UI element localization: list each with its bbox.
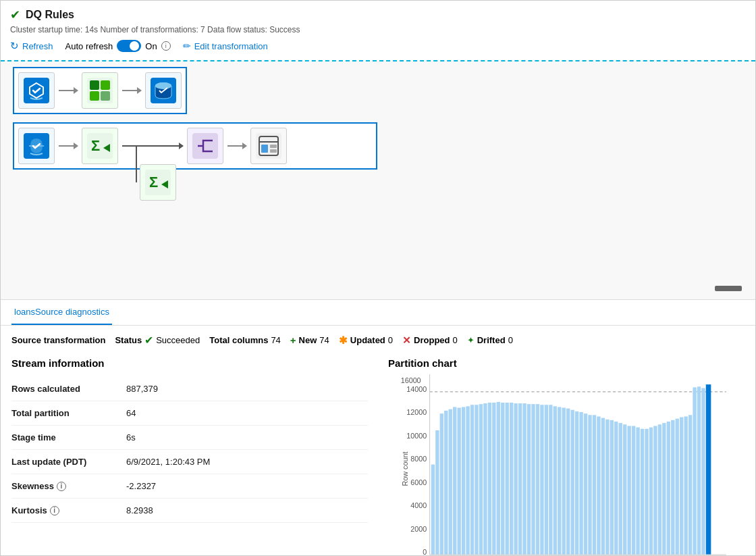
svg-text:Σ: Σ bbox=[91, 137, 100, 154]
source-icon-2 bbox=[24, 133, 49, 159]
status-item: Status ✔ Succeeded bbox=[115, 334, 200, 347]
refresh-label: Refresh bbox=[22, 41, 53, 51]
toolbar: ↻ Refresh Auto refresh On i ✏ Edit trans… bbox=[10, 40, 746, 56]
stage-time-label: Stage time bbox=[11, 432, 126, 443]
auto-refresh-toggle[interactable] bbox=[117, 40, 141, 52]
svg-rect-80 bbox=[632, 426, 635, 555]
svg-rect-42 bbox=[466, 406, 469, 555]
svg-rect-52 bbox=[510, 403, 513, 555]
flow-top-group bbox=[13, 67, 187, 114]
svg-rect-51 bbox=[506, 403, 509, 555]
partition-chart-svg: 0 2000 4000 6000 8000 10000 12000 14000 … bbox=[388, 374, 745, 555]
svg-rect-86 bbox=[658, 424, 662, 555]
updated-asterisk-icon: ✱ bbox=[339, 334, 348, 347]
partition-chart-title: Partition chart bbox=[388, 357, 745, 369]
last-update-label: Last update (PDT) bbox=[11, 457, 126, 467]
svg-rect-55 bbox=[522, 403, 526, 555]
svg-rect-75 bbox=[610, 420, 614, 555]
svg-rect-5 bbox=[101, 91, 110, 101]
svg-rect-48 bbox=[492, 403, 495, 555]
svg-rect-94 bbox=[693, 387, 696, 555]
new-label: New bbox=[299, 335, 317, 345]
source-node-2[interactable] bbox=[18, 128, 55, 164]
svg-point-8 bbox=[155, 82, 171, 89]
dropped-x-icon: ✕ bbox=[402, 334, 411, 347]
svg-rect-41 bbox=[462, 407, 465, 555]
svg-rect-68 bbox=[579, 412, 583, 555]
svg-rect-97 bbox=[706, 384, 711, 555]
drifted-star-icon: ✦ bbox=[467, 335, 475, 345]
branch-node[interactable]: Σ bbox=[140, 164, 176, 201]
svg-rect-34 bbox=[431, 465, 435, 555]
window-node[interactable] bbox=[250, 128, 287, 164]
svg-rect-82 bbox=[641, 429, 644, 555]
main-container: ✔ DQ Rules Cluster startup time: 14s Num… bbox=[0, 0, 756, 556]
total-partition-row: Total partition 64 bbox=[11, 401, 368, 426]
svg-rect-90 bbox=[676, 419, 679, 555]
svg-rect-47 bbox=[488, 403, 491, 555]
svg-rect-46 bbox=[483, 403, 487, 555]
updated-item: ✱ Updated 0 bbox=[339, 334, 393, 347]
tab-loans-source[interactable]: loansSource diagnostics bbox=[11, 300, 112, 325]
svg-rect-88 bbox=[667, 422, 670, 555]
branch-aggregate-icon: Σ bbox=[145, 170, 171, 195]
skewness-info-icon[interactable]: i bbox=[57, 482, 66, 491]
svg-rect-95 bbox=[697, 386, 701, 555]
svg-text:16000: 16000 bbox=[401, 376, 421, 384]
source-transformation-label: Source transformation bbox=[11, 335, 105, 345]
flow-bottom-group: Σ bbox=[13, 122, 377, 170]
svg-rect-76 bbox=[614, 422, 618, 555]
svg-rect-56 bbox=[527, 404, 531, 555]
rows-calculated-label: Rows calculated bbox=[11, 384, 126, 394]
svg-rect-84 bbox=[649, 428, 653, 555]
aggregate-node[interactable]: Σ bbox=[82, 128, 118, 164]
svg-rect-35 bbox=[435, 430, 439, 555]
kurtosis-info-icon[interactable]: i bbox=[50, 506, 59, 515]
total-columns-item: Total columns 74 bbox=[209, 335, 281, 345]
svg-rect-77 bbox=[619, 423, 622, 555]
skewness-row: Skewness i -2.2327 bbox=[11, 474, 368, 499]
status-check-icon: ✔ bbox=[144, 334, 153, 347]
svg-text:Row count: Row count bbox=[401, 452, 409, 486]
subtitle: Cluster startup time: 14s Number of tran… bbox=[10, 25, 746, 34]
svg-rect-78 bbox=[623, 424, 626, 555]
aggregate-icon: Σ bbox=[87, 133, 113, 159]
refresh-icon: ↻ bbox=[10, 40, 19, 52]
total-columns-value: 74 bbox=[271, 335, 280, 345]
flow-top-row bbox=[13, 67, 750, 114]
svg-rect-4 bbox=[90, 91, 99, 101]
svg-rect-19 bbox=[270, 149, 277, 153]
svg-rect-92 bbox=[684, 416, 687, 555]
status-value: Succeeded bbox=[156, 335, 200, 345]
refresh-button[interactable]: ↻ Refresh bbox=[10, 40, 53, 52]
skewness-value: -2.2327 bbox=[126, 481, 156, 491]
svg-rect-3 bbox=[101, 80, 110, 90]
last-update-value: 6/9/2021, 1:20:43 PM bbox=[126, 457, 210, 467]
sink-node-1[interactable] bbox=[145, 72, 182, 109]
svg-rect-81 bbox=[636, 428, 639, 555]
svg-rect-57 bbox=[531, 404, 535, 555]
svg-rect-69 bbox=[584, 413, 587, 555]
stage-time-value: 6s bbox=[126, 432, 136, 443]
dropped-value: 0 bbox=[453, 335, 458, 345]
total-partition-value: 64 bbox=[126, 408, 136, 418]
edit-transformation-button[interactable]: ✏ Edit transformation bbox=[183, 41, 268, 51]
rows-calculated-row: Rows calculated 887,379 bbox=[11, 377, 368, 401]
status-bar: Source transformation Status ✔ Succeeded… bbox=[11, 334, 745, 347]
svg-rect-93 bbox=[688, 415, 692, 555]
svg-text:10000: 10000 bbox=[406, 432, 427, 440]
svg-rect-61 bbox=[549, 405, 552, 555]
svg-text:4000: 4000 bbox=[410, 501, 427, 509]
svg-rect-62 bbox=[554, 406, 557, 555]
skewness-label: Skewness i bbox=[11, 481, 126, 491]
svg-rect-83 bbox=[645, 429, 648, 555]
transform-node-1[interactable] bbox=[82, 72, 118, 109]
sink-icon-1 bbox=[151, 78, 176, 103]
dropped-item: ✕ Dropped 0 bbox=[402, 334, 458, 347]
new-plus-icon: + bbox=[290, 334, 296, 346]
split-node[interactable] bbox=[187, 128, 223, 164]
svg-rect-2 bbox=[90, 80, 99, 90]
window-icon bbox=[256, 133, 281, 159]
new-item: + New 74 bbox=[290, 334, 329, 346]
source-node-1[interactable] bbox=[18, 72, 55, 109]
